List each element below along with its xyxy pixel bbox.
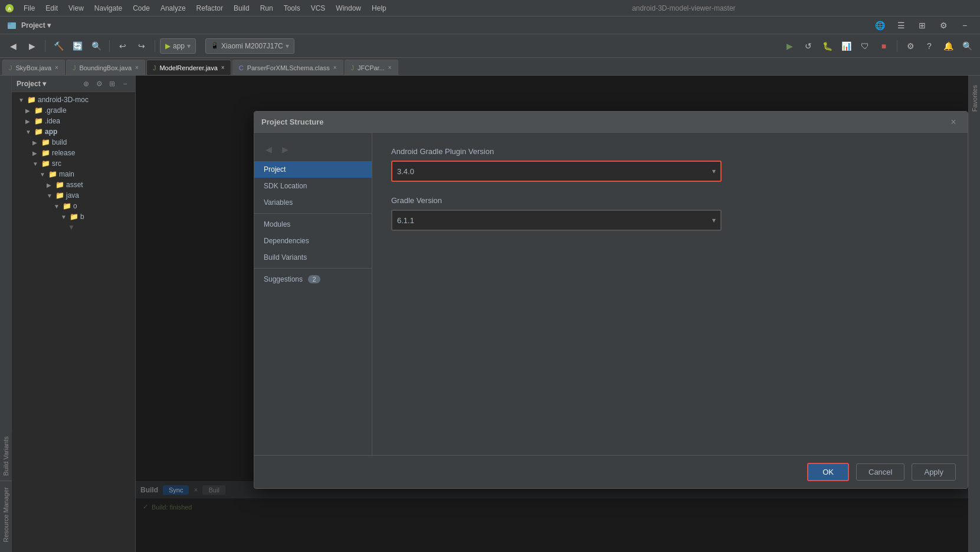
help-btn[interactable]: ?: [921, 38, 938, 54]
menu-view[interactable]: View: [64, 3, 89, 14]
apply-button[interactable]: Apply: [912, 463, 956, 481]
tree-app-folder-icon: 📁: [34, 128, 43, 136]
tab-boundingbox-label: BoundingBox.java: [79, 64, 132, 71]
panel-label-resource-manager[interactable]: Resource Manager: [1, 482, 11, 547]
plugin-version-dropdown-arrow: ▾: [712, 167, 716, 175]
tab-modelrenderer-close[interactable]: ×: [221, 64, 225, 71]
dialog-overlay: Project Structure × ◀ ▶ Project SDK Loca…: [136, 76, 968, 552]
search-btn[interactable]: 🔍: [959, 38, 975, 54]
tab-skybox-close[interactable]: ×: [55, 64, 58, 71]
tab-modelrenderer[interactable]: J ModelRenderer.java ×: [146, 60, 231, 75]
tree-asset[interactable]: ▶ 📁 asset: [12, 179, 135, 190]
tree-b-arrow: ▼: [61, 214, 68, 220]
toolbar-build-btn[interactable]: 🔨: [50, 38, 67, 54]
toolbar-back-btn[interactable]: ◀: [5, 38, 21, 54]
tree-more[interactable]: ▼: [12, 222, 135, 233]
toolbar-gear-btn[interactable]: ⚙: [935, 17, 952, 34]
menu-tools[interactable]: Tools: [279, 3, 305, 14]
refresh-btn[interactable]: ↺: [800, 38, 817, 54]
coverage-btn[interactable]: 🛡: [857, 38, 873, 54]
tree-root[interactable]: ▼ 📁 android-3D-moc: [12, 94, 135, 105]
dialog-nav-project[interactable]: Project: [254, 161, 372, 178]
menu-build[interactable]: Build: [229, 3, 254, 14]
tab-jfcpar[interactable]: J JFCPar... ×: [345, 60, 398, 75]
tree-app[interactable]: ▼ 📁 app: [12, 126, 135, 137]
tab-jfcpar-close[interactable]: ×: [388, 64, 392, 71]
menu-navigate[interactable]: Navigate: [90, 3, 127, 14]
menu-file[interactable]: File: [19, 3, 40, 14]
gradle-version-value: 6.1.1: [397, 216, 414, 225]
tree-app-arrow: ▼: [25, 129, 32, 135]
tree-java[interactable]: ▼ 📁 java: [12, 190, 135, 201]
toolbar-sync-btn[interactable]: 🔄: [69, 38, 86, 54]
tab-boundingbox[interactable]: J BoundingBox.java ×: [66, 60, 145, 75]
run-btn[interactable]: ▶: [781, 38, 798, 54]
nav-forward-btn[interactable]: ▶: [278, 142, 292, 156]
dialog-nav-sdk-location[interactable]: SDK Location: [254, 178, 372, 194]
tree-build[interactable]: ▶ 📁 build: [12, 137, 135, 148]
toolbar-forward-btn[interactable]: ▶: [24, 38, 40, 54]
menu-run[interactable]: Run: [255, 3, 278, 14]
sidebar-action-expand[interactable]: ⊞: [107, 79, 117, 89]
menu-edit[interactable]: Edit: [41, 3, 63, 14]
sidebar-action-settings[interactable]: ⚙: [94, 79, 104, 89]
toolbar-undo-btn[interactable]: ↩: [114, 38, 131, 54]
dialog-nav-suggestions[interactable]: Suggestions 2: [254, 271, 372, 288]
menu-vcs[interactable]: VCS: [306, 3, 330, 14]
menu-analyze[interactable]: Analyze: [156, 3, 191, 14]
nav-back-btn[interactable]: ◀: [261, 142, 276, 156]
dialog-nav-variables[interactable]: Variables: [254, 194, 372, 211]
toolbar-analyze-btn[interactable]: 🔍: [88, 38, 104, 54]
stop-btn[interactable]: ■: [876, 38, 892, 54]
plugin-version-dropdown[interactable]: 3.4.0 ▾: [391, 161, 722, 182]
tree-release[interactable]: ▶ 📁 release: [12, 148, 135, 158]
tree-gradle-arrow: ▶: [25, 107, 32, 114]
tree-main[interactable]: ▼ 📁 main: [12, 169, 135, 179]
tab-parserforxml[interactable]: C ParserForXMLSchema.class ×: [232, 60, 343, 75]
menu-help[interactable]: Help: [367, 3, 391, 14]
sidebar-action-scope[interactable]: ⊕: [81, 79, 91, 89]
settings-btn[interactable]: ⚙: [902, 38, 919, 54]
dialog-nav-modules[interactable]: Modules: [254, 216, 372, 233]
tree-src-label: src: [52, 159, 61, 168]
tree-gradle[interactable]: ▶ 📁 .gradle: [12, 105, 135, 116]
sidebar-action-minimize[interactable]: −: [120, 79, 130, 89]
tree-o[interactable]: ▼ 📁 o: [12, 201, 135, 211]
tab-boundingbox-close[interactable]: ×: [135, 64, 139, 71]
toolbar-expand-btn[interactable]: ⊞: [914, 17, 930, 34]
menu-window[interactable]: Window: [331, 3, 366, 14]
plugin-version-value: 3.4.0: [397, 167, 414, 176]
panel-label-favorites[interactable]: Favorites: [969, 80, 980, 116]
toolbar-list-btn[interactable]: ☰: [893, 17, 909, 34]
tree-more-icon: ▼: [68, 223, 75, 231]
tab-modelrenderer-label: ModelRenderer.java: [159, 64, 217, 71]
dialog-close-button[interactable]: ×: [946, 115, 961, 129]
panel-label-build-variants[interactable]: Build Variants: [0, 432, 12, 481]
toolbar-minus-btn[interactable]: −: [956, 17, 973, 34]
tree-src[interactable]: ▼ 📁 src: [12, 158, 135, 169]
run-config-label: app: [173, 42, 185, 50]
dialog-main-content: Android Gradle Plugin Version 3.4.0 ▾ Gr…: [372, 133, 968, 455]
toolbar-redo-btn[interactable]: ↪: [133, 38, 150, 54]
tree-b[interactable]: ▼ 📁 b: [12, 211, 135, 222]
tab-skybox[interactable]: J SkyBox.java ×: [2, 60, 65, 75]
debug-btn[interactable]: 🐛: [819, 38, 835, 54]
toolbar-earth-btn[interactable]: 🌐: [871, 17, 888, 34]
editor-tabs: J SkyBox.java × J BoundingBox.java × J M…: [0, 58, 980, 76]
cancel-button[interactable]: Cancel: [856, 463, 904, 481]
menu-code[interactable]: Code: [128, 3, 155, 14]
ok-button[interactable]: OK: [807, 463, 849, 481]
tree-build-arrow: ▶: [32, 139, 40, 146]
dialog-nav-build-variants[interactable]: Build Variants: [254, 249, 372, 266]
project-tree-sidebar: Project ▾ ⊕ ⚙ ⊞ − ▼ 📁 android-3D-moc ▶ 📁: [12, 76, 136, 552]
notifications-btn[interactable]: 🔔: [940, 38, 956, 54]
tab-parserforxml-close[interactable]: ×: [333, 64, 337, 71]
dialog-nav-dependencies[interactable]: Dependencies: [254, 233, 372, 249]
gradle-version-dropdown[interactable]: 6.1.1 ▾: [391, 210, 722, 231]
device-dropdown[interactable]: 📱 Xiaomi M2007J17C ▾: [205, 38, 294, 54]
tree-o-folder-icon: 📁: [63, 202, 71, 210]
profile-btn[interactable]: 📊: [838, 38, 854, 54]
menu-refactor[interactable]: Refactor: [192, 3, 228, 14]
run-config-dropdown[interactable]: ▶ app ▾: [160, 38, 196, 54]
tree-idea[interactable]: ▶ 📁 .idea: [12, 116, 135, 126]
